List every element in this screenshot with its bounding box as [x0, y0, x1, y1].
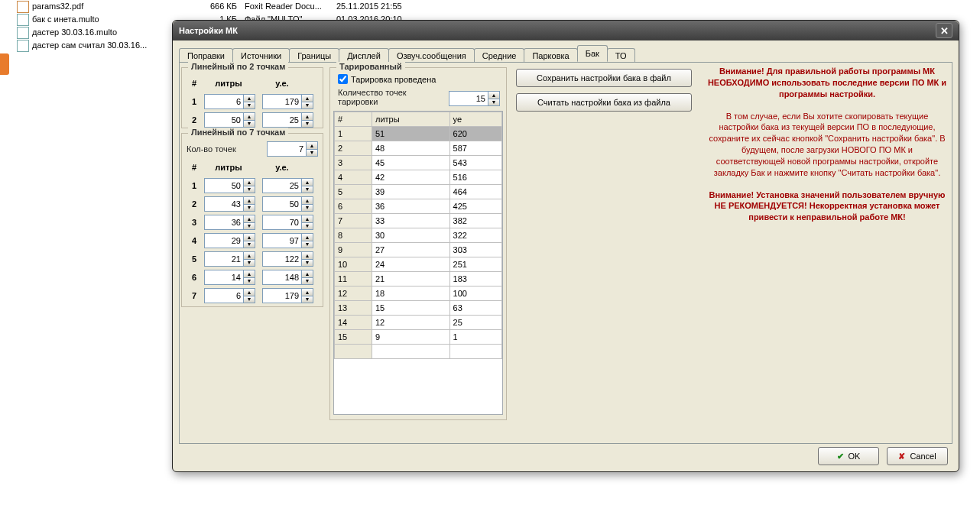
cell-litres[interactable]: 30 — [372, 228, 450, 243]
cell-ue[interactable]: 587 — [449, 141, 501, 156]
value-spinner[interactable]: ▲▼ — [262, 196, 313, 212]
cell-litres[interactable]: 24 — [372, 257, 450, 272]
table-row[interactable]: 636425 — [335, 199, 502, 214]
value-input[interactable] — [263, 215, 301, 229]
value-spinner[interactable]: ▲▼ — [204, 288, 255, 303]
spin-up-icon[interactable]: ▲ — [307, 142, 317, 149]
value-input[interactable] — [263, 113, 301, 127]
cell-litres[interactable]: 18 — [372, 287, 450, 301]
cell-litres[interactable]: 12 — [372, 316, 450, 330]
spin-down-icon[interactable]: ▼ — [302, 102, 313, 109]
cell-litres[interactable]: 51 — [372, 127, 450, 141]
spin-down-icon[interactable]: ▼ — [244, 222, 255, 230]
table-row[interactable]: 141225 — [335, 316, 502, 330]
cell-litres[interactable]: 21 — [372, 272, 450, 287]
spin-up-icon[interactable]: ▲ — [244, 270, 255, 277]
value-input[interactable] — [205, 234, 243, 248]
cell-ue[interactable]: 63 — [449, 301, 501, 316]
table-row[interactable]: 1218100 — [335, 287, 502, 301]
spin-up-icon[interactable]: ▲ — [302, 234, 313, 241]
spin-up-icon[interactable]: ▲ — [244, 179, 255, 186]
table-row[interactable]: 1024251 — [335, 257, 502, 272]
spin-down-icon[interactable]: ▼ — [302, 259, 313, 267]
tab-Озвуч.сообщения[interactable]: Озвуч.сообщения — [388, 48, 475, 63]
spin-down-icon[interactable]: ▼ — [244, 120, 255, 128]
tab-Поправки[interactable]: Поправки — [179, 48, 233, 63]
table-row[interactable]: 830322 — [335, 228, 502, 243]
cell-ue[interactable]: 100 — [449, 287, 501, 301]
spin-up-icon[interactable]: ▲ — [302, 289, 313, 296]
table-row[interactable]: 345543 — [335, 156, 502, 170]
value-spinner[interactable]: ▲▼ — [204, 178, 255, 193]
tar-done-checkbox[interactable]: Тарировка проведена — [338, 74, 436, 84]
spin-up-icon[interactable]: ▲ — [488, 92, 499, 99]
titlebar[interactable]: Настройки МК ✕ — [173, 21, 959, 40]
table-row[interactable]: 927303 — [335, 243, 502, 257]
table-row[interactable]: 442516 — [335, 170, 502, 185]
value-input[interactable] — [205, 95, 243, 108]
spin-down-icon[interactable]: ▼ — [244, 186, 255, 193]
spin-up-icon[interactable]: ▲ — [302, 197, 313, 204]
cell-litres[interactable]: 15 — [372, 301, 450, 316]
value-spinner[interactable]: ▲▼ — [204, 215, 255, 230]
file-row[interactable]: дастер 30.03.16.multo — [17, 26, 147, 39]
cell-litres[interactable]: 9 — [372, 330, 450, 345]
linear7-count-spinner[interactable]: ▲▼ — [267, 141, 318, 157]
value-input[interactable] — [205, 215, 243, 229]
spin-down-icon[interactable]: ▼ — [307, 149, 317, 157]
spin-down-icon[interactable]: ▼ — [302, 120, 313, 128]
cell-litres[interactable]: 36 — [372, 199, 450, 214]
spin-down-icon[interactable]: ▼ — [302, 186, 313, 193]
cell-ue[interactable]: 303 — [449, 243, 501, 257]
cell-ue[interactable]: 251 — [449, 257, 501, 272]
spin-up-icon[interactable]: ▲ — [302, 215, 313, 222]
tar-count-spinner[interactable]: ▲▼ — [449, 91, 500, 106]
cell-litres[interactable]: 45 — [372, 156, 450, 170]
table-row[interactable]: 539464 — [335, 185, 502, 199]
cell-litres[interactable]: 27 — [372, 243, 450, 257]
value-spinner[interactable]: ▲▼ — [204, 196, 255, 212]
tar-done-input[interactable] — [338, 74, 348, 84]
value-input[interactable] — [205, 179, 243, 193]
spin-up-icon[interactable]: ▲ — [244, 289, 255, 296]
value-spinner[interactable]: ▲▼ — [262, 178, 313, 193]
spin-up-icon[interactable]: ▲ — [244, 215, 255, 222]
table-row[interactable]: 248587 — [335, 141, 502, 156]
value-spinner[interactable]: ▲▼ — [204, 251, 255, 267]
cell-litres[interactable]: 48 — [372, 141, 450, 156]
spin-down-icon[interactable]: ▼ — [244, 204, 255, 212]
value-spinner[interactable]: ▲▼ — [262, 251, 313, 267]
file-row[interactable]: дастер сам считал 30.03.16... — [17, 39, 147, 52]
value-input[interactable] — [263, 289, 301, 303]
value-input[interactable] — [205, 252, 243, 266]
value-input[interactable] — [263, 234, 301, 248]
tab-Парковка[interactable]: Парковка — [524, 48, 577, 63]
value-spinner[interactable]: ▲▼ — [262, 288, 313, 303]
cell-ue[interactable]: 322 — [449, 228, 501, 243]
tar-count-input[interactable] — [449, 92, 488, 105]
tab-Бак[interactable]: Бак — [577, 45, 608, 62]
value-input[interactable] — [263, 252, 301, 266]
value-input[interactable] — [263, 197, 301, 211]
cancel-button[interactable]: ✘Cancel — [887, 447, 948, 465]
cell-ue[interactable]: 620 — [449, 127, 501, 141]
load-tank-button[interactable]: Считать настройки бака из файла — [516, 93, 692, 112]
value-spinner[interactable]: ▲▼ — [262, 112, 313, 128]
close-icon[interactable]: ✕ — [936, 23, 952, 38]
spin-down-icon[interactable]: ▼ — [488, 99, 499, 106]
spin-down-icon[interactable]: ▼ — [244, 296, 255, 303]
value-input[interactable] — [205, 197, 243, 211]
file-row[interactable]: params32.pdf — [17, 0, 147, 13]
spin-up-icon[interactable]: ▲ — [244, 252, 255, 259]
spin-up-icon[interactable]: ▲ — [244, 234, 255, 241]
value-spinner[interactable]: ▲▼ — [204, 112, 255, 128]
cell-ue[interactable]: 25 — [449, 316, 501, 330]
spin-up-icon[interactable]: ▲ — [244, 95, 255, 102]
spin-up-icon[interactable]: ▲ — [302, 95, 313, 102]
table-row[interactable]: 151620 — [335, 127, 502, 141]
spin-up-icon[interactable]: ▲ — [302, 179, 313, 186]
spin-down-icon[interactable]: ▼ — [302, 277, 313, 285]
value-input[interactable] — [205, 289, 243, 303]
spin-down-icon[interactable]: ▼ — [302, 296, 313, 303]
value-input[interactable] — [205, 270, 243, 284]
